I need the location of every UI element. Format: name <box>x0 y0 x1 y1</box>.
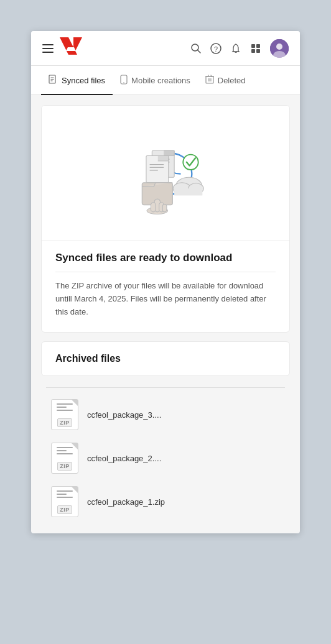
zip-lines <box>54 447 75 454</box>
zip-file-icon: ZIP <box>51 486 78 517</box>
file-list-divider <box>46 387 285 388</box>
hero-title: Synced files are ready to download <box>55 252 276 264</box>
hero-description: The ZIP archive of your files will be av… <box>55 280 276 318</box>
svg-rect-5 <box>256 44 260 48</box>
list-item[interactable]: ZIP ccfeol_package_2.... <box>46 436 285 480</box>
zip-lines <box>54 403 75 411</box>
list-item[interactable]: ZIP ccfeol_package_1.zip <box>46 480 285 523</box>
file-name: ccfeol_package_3.... <box>87 410 161 420</box>
tab-deleted-label: Deleted <box>218 76 246 85</box>
svg-rect-43 <box>174 188 202 195</box>
file-name: ccfeol_package_1.zip <box>87 497 165 507</box>
header-right: ? <box>190 39 289 58</box>
archived-card: Archived files <box>41 341 290 376</box>
zip-badge: ZIP <box>57 505 72 514</box>
avatar[interactable] <box>270 39 289 58</box>
search-icon[interactable] <box>190 43 202 54</box>
hero-card: Synced files are ready to download The Z… <box>41 105 290 333</box>
grid-icon[interactable] <box>250 43 261 54</box>
zip-file-icon: ZIP <box>51 399 78 430</box>
svg-rect-37 <box>151 203 156 212</box>
hero-body: Synced files are ready to download The Z… <box>42 240 289 332</box>
svg-point-9 <box>276 44 282 50</box>
zip-badge: ZIP <box>57 418 72 427</box>
deleted-tab-icon <box>205 75 214 86</box>
tabs: Synced files Mobile creations <box>31 66 300 95</box>
svg-text:?: ? <box>214 45 218 52</box>
zip-file-icon: ZIP <box>51 443 78 474</box>
svg-rect-6 <box>251 49 255 53</box>
bell-icon[interactable] <box>230 43 241 54</box>
list-item[interactable]: ZIP ccfeol_package_3.... <box>46 393 285 436</box>
tab-deleted[interactable]: Deleted <box>198 66 253 95</box>
header: ? <box>31 31 300 66</box>
hero-divider <box>55 272 276 272</box>
tab-synced-files[interactable]: Synced files <box>41 66 113 95</box>
archived-title: Archived files <box>55 353 276 364</box>
adobe-logo <box>60 37 82 59</box>
svg-rect-7 <box>256 49 260 53</box>
svg-point-44 <box>183 155 198 170</box>
zip-badge: ZIP <box>57 462 72 471</box>
main-content: Synced files are ready to download The Z… <box>31 95 300 533</box>
hamburger-icon[interactable] <box>42 44 54 53</box>
tab-mobile-label: Mobile creations <box>131 76 190 85</box>
file-list: ZIP ccfeol_package_3.... ZIP ccfeol_pack… <box>41 385 290 523</box>
app-window: ? <box>31 31 300 533</box>
svg-rect-39 <box>162 205 167 212</box>
svg-rect-4 <box>251 44 255 48</box>
mobile-tab-icon <box>120 75 128 86</box>
help-icon[interactable]: ? <box>210 43 221 54</box>
tab-mobile-creations[interactable]: Mobile creations <box>113 66 198 95</box>
zip-lines <box>54 490 75 498</box>
hero-illustration <box>42 106 289 240</box>
svg-line-1 <box>198 50 201 53</box>
svg-point-16 <box>123 82 124 83</box>
header-left <box>42 37 82 59</box>
file-name: ccfeol_package_2.... <box>87 454 161 463</box>
tab-synced-label: Synced files <box>62 76 105 85</box>
synced-tab-icon <box>49 75 58 86</box>
